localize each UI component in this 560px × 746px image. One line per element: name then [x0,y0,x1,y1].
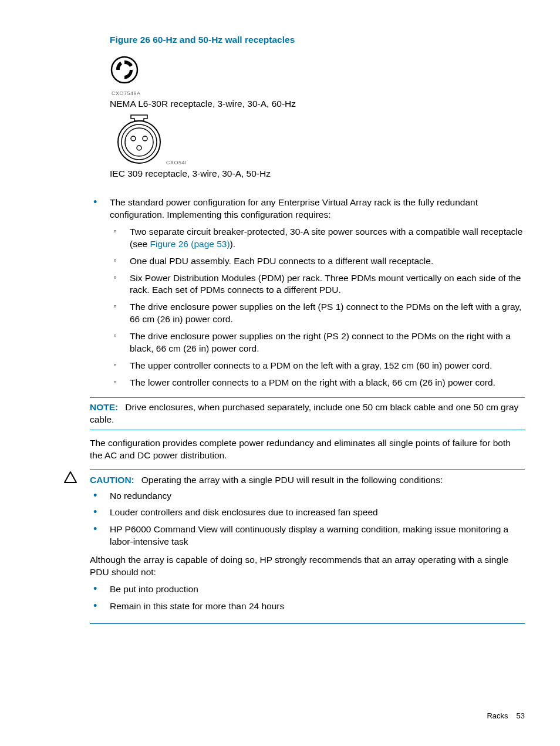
note-label: NOTE: [90,402,118,412]
list-item: The upper controller connects to a PDM o… [110,360,525,372]
list-item: No redundancy [90,490,525,502]
svg-point-4 [131,136,136,141]
caution-mid-paragraph: Although the array is capable of doing s… [90,554,525,579]
figure-image-2-code-svg: CXO5409B [166,160,186,166]
figure-caption-1: NEMA L6-30R receptacle, 3-wire, 30-A, 60… [110,98,525,110]
svg-point-6 [137,146,141,150]
figure-image-2: CXO5409B [110,113,525,167]
list-item: HP P6000 Command View will continuously … [90,524,525,548]
figure-image-1-code: CXO7549A [112,90,525,97]
footer-page-number: 53 [517,711,525,720]
sub-text: The lower controller connects to a PDM o… [130,377,495,387]
caution-item-text: Be put into production [110,584,198,594]
sub-text: The drive enclosure power supplies on th… [130,331,511,353]
list-item: Be put into production [90,583,525,596]
note-text: Drive enclosures, when purchased separat… [90,402,518,424]
sub-text: Six Power Distribution Modules (PDM) per… [130,273,521,295]
caution-icon [64,471,77,487]
list-item: The drive enclosure power supplies on th… [110,330,525,355]
sub-text: One dual PDU assembly. Each PDU connects… [130,256,433,266]
list-item: The lower controller connects to a PDM o… [110,377,525,389]
body-paragraph: The configuration provides complete powe… [90,437,525,462]
list-item: Six Power Distribution Modules (PDM) per… [110,272,525,297]
list-item: The drive enclosure power supplies on th… [110,301,525,326]
footer-section: Racks [487,711,508,720]
figure-image-1: CXO7549A [110,53,525,97]
sub-text: The drive enclosure power supplies on th… [130,302,521,324]
caution-label: CAUTION: [90,475,134,485]
svg-point-1 [118,121,160,163]
page-footer: Racks53 [487,711,525,721]
note-block: NOTE:Drive enclosures, when purchased se… [90,397,525,430]
figure-caption-2: IEC 309 receptacle, 3-wire, 30-A, 50-Hz [110,168,525,180]
svg-point-2 [122,124,157,160]
bullet-intro: The standard power configuration for any… [110,197,478,220]
sub-text-post: ). [230,239,235,249]
list-item: The standard power configuration for any… [90,197,525,389]
caution-intro: Operating the array with a single PDU wi… [141,475,443,485]
sub-text: The upper controller connects to a PDM o… [130,360,492,370]
caution-item-text: No redundancy [110,491,171,501]
list-item: One dual PDU assembly. Each PDU connects… [110,255,525,268]
list-item: Louder controllers and disk enclosures d… [90,507,525,519]
caution-block: CAUTION:Operating the array with a singl… [90,469,525,624]
caution-item-text: Remain in this state for more than 24 ho… [110,601,284,611]
figure-crossref-link[interactable]: Figure 26 (page 53) [150,239,230,249]
caution-item-text: HP P6000 Command View will continuously … [110,524,508,546]
caution-item-text: Louder controllers and disk enclosures d… [110,507,378,517]
svg-point-5 [143,136,147,141]
list-item: Remain in this state for more than 24 ho… [90,600,525,613]
svg-point-3 [125,128,153,156]
figure-title: Figure 26 60-Hz and 50-Hz wall receptacl… [110,34,525,46]
list-item: Two separate circuit breaker-protected, … [110,226,525,251]
